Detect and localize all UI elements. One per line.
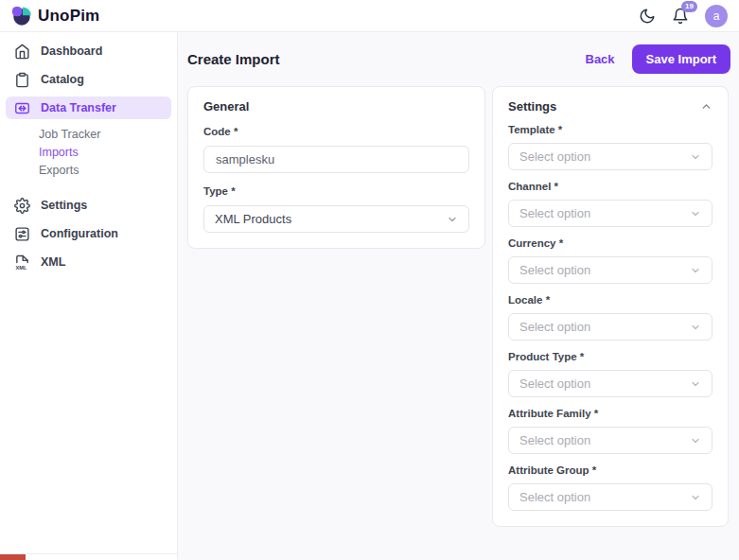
sidebar-item-label: XML — [41, 255, 65, 269]
unopim-logo-icon — [11, 6, 32, 26]
notifications-button[interactable]: 19 — [672, 8, 689, 25]
sidebar-item-label: Catalog — [41, 73, 84, 86]
chevron-down-icon — [690, 492, 701, 503]
avatar-letter: a — [713, 9, 720, 23]
sub-item-label: Imports — [39, 146, 79, 159]
chevron-down-icon — [690, 378, 701, 390]
sliders-icon — [14, 226, 30, 242]
attribute-family-select[interactable]: Select option — [508, 427, 713, 454]
sidebar-item-job-tracker[interactable]: Job Tracker — [39, 125, 177, 143]
code-input[interactable] — [203, 146, 469, 173]
attribute-group-select-placeholder: Select option — [519, 490, 590, 504]
product-type-label: Product Type * — [508, 351, 713, 362]
sub-item-label: Job Tracker — [39, 128, 100, 141]
currency-label: Currency * — [508, 237, 713, 249]
sidebar-item-catalog[interactable]: Catalog — [6, 68, 171, 91]
channel-label: Channel * — [508, 181, 713, 192]
sidebar-bottom-divider — [0, 553, 177, 554]
svg-text:XML: XML — [15, 264, 26, 270]
gear-icon — [14, 198, 30, 214]
sidebar-item-settings[interactable]: Settings — [6, 194, 171, 217]
clipboard-icon — [14, 72, 30, 88]
channel-select[interactable]: Select option — [508, 200, 713, 227]
product-type-select[interactable]: Select option — [508, 370, 713, 397]
sidebar-item-data-transfer[interactable]: Data Transfer — [6, 96, 171, 119]
avatar[interactable]: a — [705, 5, 728, 27]
notification-count-badge: 19 — [681, 1, 697, 12]
code-label: Code * — [203, 126, 469, 137]
product-type-select-placeholder: Select option — [519, 376, 590, 391]
sidebar-item-exports[interactable]: Exports — [39, 161, 177, 179]
chevron-down-icon — [690, 265, 701, 276]
attribute-family-select-placeholder: Select option — [519, 433, 590, 447]
template-select-placeholder: Select option — [519, 149, 590, 164]
data-transfer-submenu: Job Tracker Imports Exports — [39, 125, 177, 179]
brand-name: UnoPim — [38, 7, 99, 26]
locale-select[interactable]: Select option — [508, 313, 713, 341]
sidebar-item-label: Dashboard — [41, 44, 102, 58]
sidebar-item-label: Data Transfer — [41, 101, 116, 114]
locale-label: Locale * — [508, 294, 713, 306]
template-label: Template * — [508, 124, 713, 135]
sidebar-item-label: Settings — [41, 199, 87, 212]
home-icon — [14, 44, 30, 60]
type-label: Type * — [203, 185, 469, 197]
brand-logo[interactable]: UnoPim — [11, 6, 99, 26]
general-panel: General Code * Type * XML Products — [187, 86, 485, 249]
page-title: Create Import — [187, 51, 280, 67]
general-panel-title: General — [203, 99, 249, 114]
chevron-down-icon — [690, 151, 701, 163]
back-button[interactable]: Back — [586, 52, 615, 66]
sidebar-item-dashboard[interactable]: Dashboard — [6, 40, 171, 62]
channel-select-placeholder: Select option — [519, 206, 590, 220]
topbar: UnoPim 19 a — [0, 0, 739, 32]
type-select-value: XML Products — [215, 212, 291, 226]
sub-item-label: Exports — [39, 164, 79, 177]
chevron-down-icon — [690, 208, 701, 219]
chevron-down-icon — [690, 322, 701, 333]
template-select[interactable]: Select option — [508, 143, 713, 170]
chevron-up-icon — [700, 100, 713, 113]
debug-bar[interactable] — [0, 554, 26, 560]
page-header: Create Import Back Save Import — [179, 32, 739, 85]
type-select[interactable]: XML Products — [203, 205, 469, 233]
moon-icon — [639, 8, 656, 25]
sidebar-item-imports[interactable]: Imports — [39, 143, 177, 161]
settings-panel-title: Settings — [508, 99, 556, 114]
main-content: Create Import Back Save Import General C… — [179, 32, 739, 560]
sidebar: Dashboard Catalog Data Transfer Job Trac… — [0, 32, 178, 560]
dark-mode-toggle[interactable] — [639, 8, 656, 25]
attribute-group-select[interactable]: Select option — [508, 483, 713, 511]
sidebar-item-label: Configuration — [41, 227, 118, 240]
settings-panel: Settings Template * Select option Chan — [492, 86, 729, 527]
attribute-family-label: Attribute Family * — [508, 408, 713, 419]
xml-file-icon: XML — [14, 254, 30, 271]
locale-select-placeholder: Select option — [519, 320, 590, 334]
sidebar-item-xml[interactable]: XML XML — [6, 251, 171, 273]
transfer-icon — [14, 100, 30, 116]
attribute-group-label: Attribute Group * — [508, 464, 713, 476]
currency-select[interactable]: Select option — [508, 256, 713, 284]
settings-collapse-button[interactable] — [700, 100, 713, 113]
chevron-down-icon — [447, 214, 458, 225]
chevron-down-icon — [690, 435, 701, 446]
sidebar-item-configuration[interactable]: Configuration — [6, 222, 171, 245]
currency-select-placeholder: Select option — [519, 263, 590, 277]
save-import-button[interactable]: Save Import — [632, 44, 730, 74]
